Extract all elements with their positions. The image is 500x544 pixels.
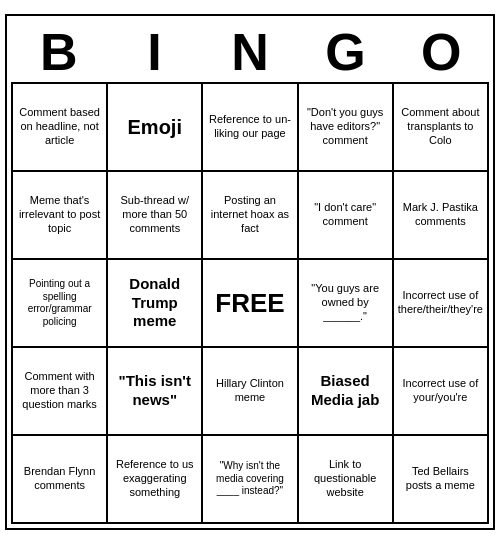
- title-letter: O: [401, 26, 481, 78]
- title-letter: N: [210, 26, 290, 78]
- bingo-cell: Biased Media jab: [299, 348, 394, 436]
- bingo-cell: Posting an internet hoax as fact: [203, 172, 298, 260]
- bingo-cell: Incorrect use of your/you're: [394, 348, 489, 436]
- title-letter: B: [19, 26, 99, 78]
- bingo-title: BINGO: [11, 20, 489, 82]
- bingo-cell: Link to questionable website: [299, 436, 394, 524]
- bingo-cell: Ted Bellairs posts a meme: [394, 436, 489, 524]
- bingo-grid: Comment based on headline, not articleEm…: [11, 82, 489, 524]
- title-letter: I: [114, 26, 194, 78]
- bingo-cell: Sub-thread w/ more than 50 comments: [108, 172, 203, 260]
- bingo-cell: "Why isn't the media covering ____ inste…: [203, 436, 298, 524]
- bingo-cell: Comment with more than 3 question marks: [13, 348, 108, 436]
- title-letter: G: [306, 26, 386, 78]
- bingo-cell: "You guys are owned by ______.": [299, 260, 394, 348]
- bingo-cell: Brendan Flynn comments: [13, 436, 108, 524]
- bingo-cell: "Don't you guys have editors?" comment: [299, 84, 394, 172]
- bingo-cell: Meme that's irrelevant to post topic: [13, 172, 108, 260]
- bingo-cell: Reference to un-liking our page: [203, 84, 298, 172]
- bingo-cell: FREE: [203, 260, 298, 348]
- bingo-card: BINGO Comment based on headline, not art…: [5, 14, 495, 530]
- bingo-cell: Pointing out a spelling error/grammar po…: [13, 260, 108, 348]
- bingo-cell: Comment about transplants to Colo: [394, 84, 489, 172]
- bingo-cell: "I don't care" comment: [299, 172, 394, 260]
- bingo-cell: Donald Trump meme: [108, 260, 203, 348]
- bingo-cell: Emoji: [108, 84, 203, 172]
- bingo-cell: "This isn't news": [108, 348, 203, 436]
- bingo-cell: Mark J. Pastika comments: [394, 172, 489, 260]
- bingo-cell: Hillary Clinton meme: [203, 348, 298, 436]
- bingo-cell: Comment based on headline, not article: [13, 84, 108, 172]
- bingo-cell: Reference to us exaggerating something: [108, 436, 203, 524]
- bingo-cell: Incorrect use of there/their/they're: [394, 260, 489, 348]
